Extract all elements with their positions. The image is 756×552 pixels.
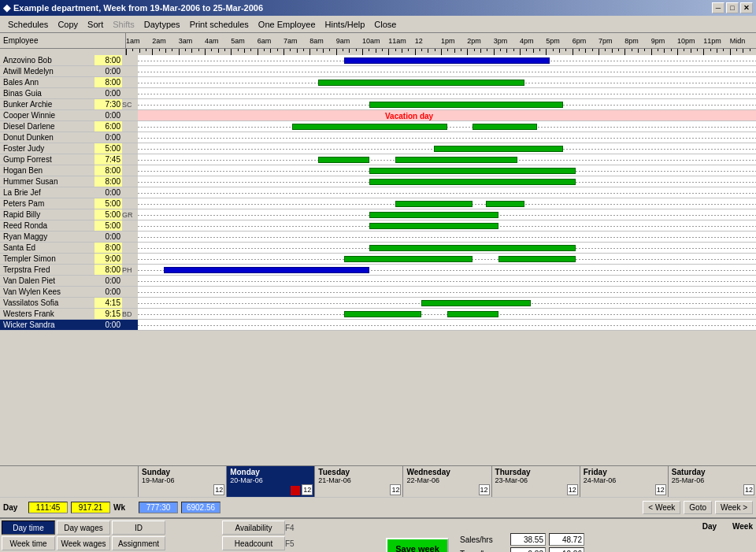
menu-copy[interactable]: Copy: [53, 18, 83, 31]
employee-code: GR: [122, 209, 138, 220]
schedule-row[interactable]: Binas Guia0:00: [0, 88, 756, 99]
day-12-box[interactable]: 12: [479, 484, 490, 495]
menu-print[interactable]: Print schedules: [185, 18, 254, 31]
schedule-row[interactable]: Reed Ronda5:00: [0, 220, 756, 232]
prev-week-button[interactable]: < Week: [643, 501, 680, 514]
close-button[interactable]: ✕: [740, 2, 753, 13]
tick-61: [526, 49, 527, 51]
day-cell-thursday[interactable]: Thursday23-Mar-0612: [491, 466, 580, 497]
day-12-box[interactable]: 12: [213, 484, 224, 495]
schedule-row[interactable]: La Brie Jef0:00: [0, 187, 756, 198]
schedule-canvas[interactable]: [138, 320, 756, 330]
schedule-canvas[interactable]: [138, 88, 756, 98]
menu-close[interactable]: Close: [369, 18, 401, 31]
schedule-canvas[interactable]: [138, 298, 756, 308]
save-week-button[interactable]: Save week: [386, 538, 449, 552]
tick-44: [415, 49, 416, 55]
schedule-canvas[interactable]: [138, 287, 756, 297]
day-12-box[interactable]: 12: [655, 484, 666, 495]
schedule-canvas[interactable]: [138, 55, 756, 65]
schedule-row[interactable]: Foster Judy5:00: [0, 143, 756, 154]
schedule-canvas[interactable]: [138, 232, 756, 242]
schedule-row[interactable]: Hogan Ben8:00: [0, 165, 756, 176]
schedule-canvas[interactable]: [138, 176, 756, 187]
schedule-canvas[interactable]: [138, 66, 756, 76]
next-week-button[interactable]: Week >: [715, 501, 753, 514]
bottom-button-row: Day timeDay wagesID: [2, 521, 219, 535]
schedule-canvas[interactable]: [138, 187, 756, 198]
schedule-row[interactable]: Rapid Billy5:00GR: [0, 209, 756, 220]
bottom-left-btn-day-time[interactable]: Day time: [2, 521, 55, 535]
employee-name: Vassilatos Sofia: [0, 298, 94, 308]
schedule-row[interactable]: Bunker Archie7:30SC: [0, 99, 756, 110]
day-cell-wednesday[interactable]: Wednesday22-Mar-0612: [402, 466, 491, 497]
tick-52: [467, 49, 468, 55]
menu-schedules[interactable]: Schedules: [3, 18, 53, 31]
schedule-canvas[interactable]: [138, 121, 756, 132]
menu-one-employee[interactable]: One Employee: [254, 18, 321, 31]
schedule-row[interactable]: Gump Forrest7:45: [0, 154, 756, 165]
day-cell-saturday[interactable]: Saturday25-Mar-0612: [668, 466, 756, 497]
day-cell-sunday[interactable]: Sunday19-Mar-0612: [138, 466, 226, 497]
goto-button[interactable]: Goto: [684, 501, 712, 514]
schedule-row[interactable]: Bales Ann8:00: [0, 77, 756, 88]
bottom-left-btn-id[interactable]: ID: [112, 521, 165, 535]
schedule-row[interactable]: Terpstra Fred8:00PH: [0, 265, 756, 276]
schedule-row[interactable]: Westers Frank9:15BD: [0, 309, 756, 320]
schedule-row[interactable]: Anzovino Bob8:00: [0, 55, 756, 66]
day-12-box[interactable]: 12: [302, 484, 313, 495]
schedule-canvas[interactable]: [138, 243, 756, 253]
schedule-canvas[interactable]: [138, 77, 756, 87]
schedule-canvas[interactable]: [138, 165, 756, 176]
schedule-row[interactable]: Hummer Susan8:00: [0, 176, 756, 187]
day-12-box[interactable]: 12: [390, 484, 401, 495]
schedule-canvas[interactable]: [138, 276, 756, 286]
day-12-box[interactable]: 12: [567, 484, 578, 495]
mid-btn-headcount[interactable]: Headcount: [222, 536, 285, 550]
schedule-canvas[interactable]: [138, 254, 756, 264]
schedule-row[interactable]: Cooper Winnie0:00Vacation day: [0, 110, 756, 121]
schedule-row[interactable]: Templer Simon9:00: [0, 254, 756, 265]
day-cell-tuesday[interactable]: Tuesday21-Mar-0612: [314, 466, 402, 497]
maximize-button[interactable]: □: [726, 2, 739, 13]
time-label-11: 12: [415, 37, 423, 45]
day-cell-monday[interactable]: Monday20-Mar-0612: [226, 466, 314, 497]
bottom-left-btn-week-time[interactable]: Week time: [2, 536, 55, 550]
schedule-row[interactable]: Diesel Darlene6:00: [0, 121, 756, 132]
schedule-canvas[interactable]: [138, 309, 756, 319]
schedule-row[interactable]: Ryan Maggy0:00: [0, 232, 756, 243]
schedule-row[interactable]: Vassilatos Sofia4:15: [0, 298, 756, 309]
schedule-canvas[interactable]: [138, 220, 756, 231]
tick-53: [474, 49, 475, 51]
employee-hours: 8:00: [94, 55, 122, 65]
schedule-row[interactable]: Donut Dunken0:00: [0, 132, 756, 143]
schedule-row[interactable]: Atwill Medelyn0:00: [0, 66, 756, 77]
schedule-row[interactable]: Van Dalen Piet0:00: [0, 276, 756, 287]
schedule-row[interactable]: Santa Ed8:00: [0, 243, 756, 254]
time-label-5: 6am: [258, 37, 272, 45]
schedule-canvas[interactable]: [138, 154, 756, 165]
employee-code: [122, 232, 138, 242]
menu-shifts[interactable]: Shifts: [108, 18, 139, 31]
bottom-left-btn-week-wages[interactable]: Week wages: [57, 536, 110, 550]
minimize-button[interactable]: ─: [712, 2, 724, 13]
menu-sort[interactable]: Sort: [83, 18, 108, 31]
schedule-canvas[interactable]: [138, 265, 756, 275]
schedule-canvas[interactable]: Vacation day: [138, 110, 756, 120]
menu-daytypes[interactable]: Daytypes: [139, 18, 185, 31]
schedule-row[interactable]: Wicker Sandra0:00: [0, 320, 756, 331]
menu-hints[interactable]: Hints/Help: [321, 18, 370, 31]
bottom-left-btn-assignment[interactable]: Assignment: [112, 536, 165, 550]
schedule-row[interactable]: Van Wylen Kees0:00: [0, 287, 756, 298]
day-12-box[interactable]: 12: [743, 484, 754, 495]
schedule-canvas[interactable]: [138, 209, 756, 220]
employee-code: [122, 187, 138, 198]
schedule-row[interactable]: Peters Pam5:00: [0, 198, 756, 209]
schedule-canvas[interactable]: [138, 132, 756, 143]
schedule-canvas[interactable]: [138, 99, 756, 109]
mid-btn-availability[interactable]: Availability: [222, 521, 285, 535]
schedule-canvas[interactable]: [138, 143, 756, 154]
bottom-left-btn-day-wages[interactable]: Day wages: [57, 521, 110, 535]
day-cell-friday[interactable]: Friday24-Mar-0612: [580, 466, 668, 497]
schedule-canvas[interactable]: [138, 198, 756, 209]
